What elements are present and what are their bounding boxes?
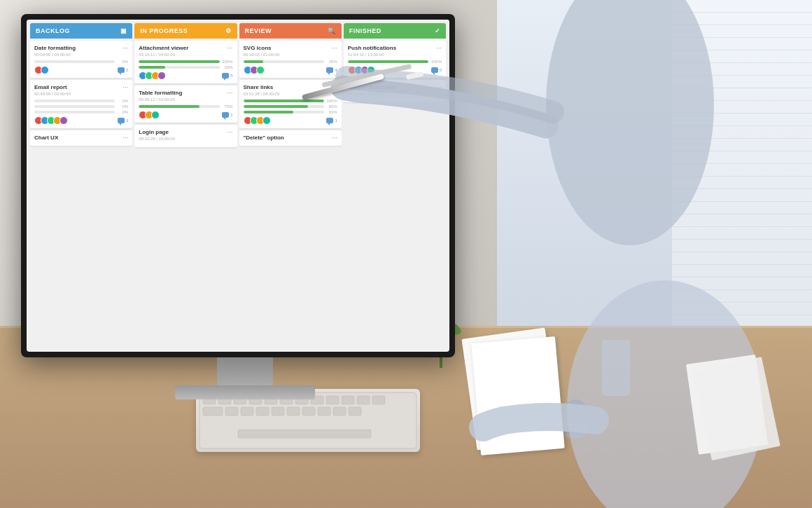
progress-bar-fill — [139, 60, 219, 63]
card-menu-dots[interactable]: ··· — [331, 45, 337, 52]
avatar — [367, 66, 375, 74]
paper-stack-front — [471, 336, 564, 455]
column-finished: Push notifications ··· 11:04:10 / 13:00:… — [344, 41, 446, 348]
card-svg-icons[interactable]: SVG icons ··· 00:39:05 / 01:00:00 25% — [239, 41, 342, 78]
column-inprogress: Attachment viewer ··· 03:15:11 / 04:00:0… — [134, 41, 237, 348]
comment-badge: 3 — [118, 118, 128, 123]
card-title: Table formatting — [139, 90, 182, 97]
card-table-formatting[interactable]: Table formatting ··· 00:58:12 / 02:00:00… — [134, 85, 237, 123]
card-share-links[interactable]: Share links ··· 03:51:28 / 08:30:00 100% — [239, 80, 342, 128]
comment-icon — [222, 73, 229, 78]
card-time: 00:58:12 / 02:00:00 — [139, 97, 232, 102]
card-footer: 0 — [348, 66, 442, 74]
card-footer: 1 — [139, 111, 232, 119]
progress-label: 100% — [326, 99, 337, 103]
review-label: REVIEW — [245, 27, 272, 34]
progress-bar-fill — [139, 66, 165, 69]
progress-label: 100% — [430, 60, 442, 64]
comment-count: 0 — [440, 68, 442, 72]
card-title: Login page — [139, 129, 169, 136]
progress-bar-bg — [139, 60, 219, 63]
comment-badge: 0 — [118, 67, 128, 73]
column-header-backlog: BACKLOG ▣ — [30, 23, 132, 39]
card-title: Date formatting — [34, 45, 76, 52]
finished-icon: ✓ — [435, 27, 441, 34]
card-menu-dots[interactable]: ··· — [122, 135, 128, 142]
card-menu-dots[interactable]: ··· — [227, 45, 232, 52]
comment-badge: 1 — [326, 118, 337, 123]
card-date-formatting[interactable]: Date formatting ··· 00:00:00 / 00:00:00 … — [30, 41, 132, 78]
comment-count: 5 — [230, 74, 232, 78]
avatar — [151, 111, 160, 119]
avatars — [244, 116, 269, 125]
progress-label: 62% — [326, 110, 337, 114]
card-push-notifications[interactable]: Push notifications ··· 11:04:10 / 13:00:… — [344, 41, 446, 78]
progress-label: 25% — [326, 60, 337, 64]
monitor-screen: BACKLOG ▣ IN PROGRESS ⚙ REVIEW 🔍 FINISHE… — [27, 20, 449, 352]
comment-icon — [326, 67, 333, 73]
progress-bar-bg — [34, 105, 115, 108]
column-header-finished: FINISHED ✓ — [344, 23, 446, 39]
card-footer: 3 — [34, 116, 128, 125]
card-menu-dots[interactable]: ··· — [227, 129, 232, 136]
avatar — [41, 66, 49, 74]
column-header-inprogress: IN PROGRESS ⚙ — [134, 23, 237, 39]
card-title: SVG icons — [244, 45, 272, 52]
progress-bar-fill — [244, 105, 308, 108]
avatars — [34, 116, 66, 125]
card-time: 00:39:05 / 01:00:00 — [244, 53, 337, 57]
card-footer: 1 — [244, 116, 337, 125]
progress-label: 0% — [117, 110, 128, 114]
comment-icon — [326, 118, 333, 123]
avatar — [59, 116, 68, 125]
progress-label: 33% — [222, 65, 233, 69]
card-footer: 0 — [34, 66, 128, 74]
backlog-icon: ▣ — [120, 27, 127, 34]
card-delete-option[interactable]: "Delete" option ··· — [239, 130, 342, 146]
avatars — [34, 66, 47, 74]
progress-container: 100% 33% — [139, 60, 232, 69]
card-email-report[interactable]: Email report ··· 00:46:09 / 00:00:00 0% — [30, 80, 132, 128]
card-footer: 4 — [244, 66, 337, 74]
card-time: 06:22:06 / 08:00:00 — [348, 92, 442, 96]
card-menu-dots[interactable]: ··· — [227, 90, 232, 97]
card-menu-dots[interactable]: ··· — [436, 84, 442, 91]
avatars — [348, 66, 373, 74]
comment-icon — [222, 112, 229, 118]
kanban-body: Date formatting ··· 00:00:00 / 00:00:00 … — [27, 39, 449, 352]
card-title: Chart UX — [34, 135, 58, 142]
progress-bar-bg — [244, 111, 324, 114]
card-menu-dots[interactable]: ··· — [122, 45, 128, 52]
card-menu-dots[interactable]: ··· — [436, 45, 442, 52]
card-menu-dots[interactable]: ··· — [122, 84, 128, 91]
progress-bar-bg — [244, 99, 324, 102]
progress-bar-fill — [244, 99, 324, 102]
comment-count: 0 — [126, 68, 128, 72]
kanban-header: BACKLOG ▣ IN PROGRESS ⚙ REVIEW 🔍 FINISHE… — [27, 20, 449, 39]
progress-bar-bg — [139, 105, 219, 108]
progress-container: 0% 0% — [34, 99, 128, 114]
comment-icon — [118, 67, 125, 73]
inprogress-label: IN PROGRESS — [140, 27, 188, 34]
comment-count: 1 — [335, 118, 337, 123]
card-chart-ux[interactable]: Chart UX ··· — [30, 130, 132, 146]
backlog-label: BACKLOG — [36, 27, 70, 34]
comment-icon — [118, 118, 125, 123]
progress-bar-bg — [244, 105, 324, 108]
card-time: 08:33:29 / 15:00:00 — [139, 137, 232, 141]
card-attachment-viewer[interactable]: Attachment viewer ··· 03:15:11 / 04:00:0… — [134, 41, 237, 83]
card-menu-dots[interactable]: ··· — [331, 135, 337, 142]
comment-icon — [431, 67, 438, 73]
progress-container: 0% — [34, 60, 128, 64]
card-login-page[interactable]: Login page ··· 08:33:29 / 15:00:00 — [134, 125, 237, 147]
card-time: 11:04:10 / 13:00:00 — [348, 53, 442, 57]
progress-label: 0% — [117, 60, 128, 64]
monitor: BACKLOG ▣ IN PROGRESS ⚙ REVIEW 🔍 FINISHE… — [21, 14, 469, 448]
card-time: 03:15:11 / 04:00:00 — [139, 53, 232, 57]
card-title: Push notifications — [348, 45, 396, 52]
inprogress-icon: ⚙ — [225, 27, 232, 34]
card-title: Attachment viewer — [139, 45, 188, 52]
kanban-board: BACKLOG ▣ IN PROGRESS ⚙ REVIEW 🔍 FINISHE… — [27, 20, 449, 352]
monitor-stand-base — [175, 385, 315, 399]
avatar — [262, 116, 271, 125]
